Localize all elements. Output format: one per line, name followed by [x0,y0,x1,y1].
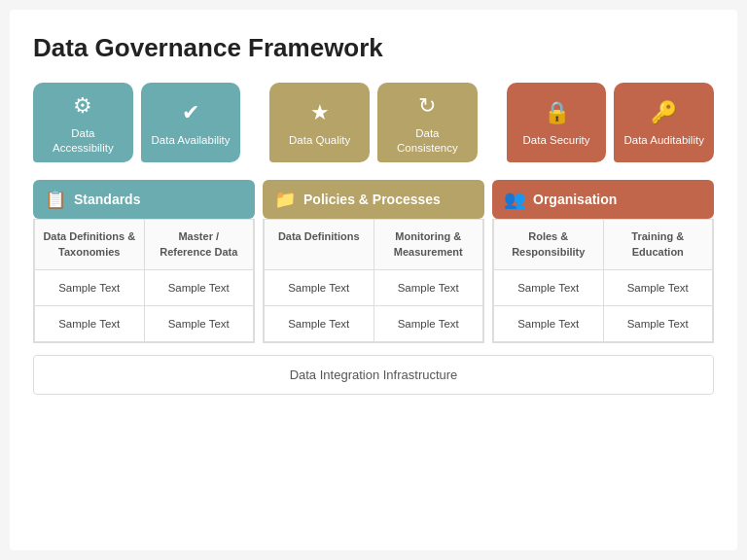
policies-header: 📁 Policies & Processes [263,180,484,219]
organisation-header-row: Roles & Responsibility Training & Educat… [494,220,713,270]
sections-area: 📋 Standards Data Definitions & Taxonomie… [33,180,714,343]
standards-icon: 📋 [45,189,66,210]
card-data-accessibility: ⚙ Data Accessibility [33,83,133,162]
organisation-label: Organisation [533,192,617,207]
card-data-auditability: 🔑 Data Auditability [614,83,714,162]
organisation-header: 👥 Organisation [492,180,714,219]
icon-cards-row: ⚙ Data Accessibility ✔ Data Availability… [33,83,714,162]
policies-row1: Sample Text Sample Text [265,270,483,306]
card-label-security: Data Security [523,133,590,148]
card-data-quality: ★ Data Quality [269,83,370,162]
policies-label: Policies & Processes [303,192,441,207]
card-label-consistency: Data Consistency [385,126,470,156]
organisation-r1c1: Sample Text [494,270,604,306]
standards-r2c2: Sample Text [144,306,254,342]
footer-bar: Data Integration Infrastructure [33,355,714,395]
page-title: Data Governance Framework [33,33,714,63]
card-label-quality: Data Quality [289,133,350,148]
card-data-security: 🔒 Data Security [507,83,607,162]
organisation-col2-header: Training & Education [603,220,713,270]
standards-header-row: Data Definitions & Taxonomies Master / R… [35,220,254,270]
policies-r1c2: Sample Text [374,270,483,306]
policies-icon: 📁 [274,189,296,210]
organisation-section: 👥 Organisation Roles & Responsibility Tr… [492,180,714,343]
footer-label: Data Integration Infrastructure [290,368,458,382]
policies-col1-header: Data Definitions [265,220,374,270]
standards-header: 📋 Standards [33,180,255,219]
standards-r1c2: Sample Text [144,270,254,306]
policies-r2c2: Sample Text [374,306,483,342]
standards-label: Standards [74,192,140,207]
policies-table: Data Definitions Monitoring & Measuremen… [264,219,483,342]
accessibility-icon: ⚙ [73,92,92,121]
organisation-row2: Sample Text Sample Text [494,306,713,342]
card-label-accessibility: Data Accessibility [41,126,125,156]
card-data-consistency: ↻ Data Consistency [377,83,478,162]
policies-row2: Sample Text Sample Text [265,306,483,342]
quality-icon: ★ [310,99,330,127]
main-container: Data Governance Framework ⚙ Data Accessi… [10,10,737,550]
policies-section: 📁 Policies & Processes Data Definitions … [263,180,484,343]
organisation-r2c1: Sample Text [494,306,604,342]
standards-section: 📋 Standards Data Definitions & Taxonomie… [33,180,255,343]
standards-table-block: Data Definitions & Taxonomies Master / R… [33,219,255,343]
organisation-table-block: Roles & Responsibility Training & Educat… [492,219,714,343]
standards-row2: Sample Text Sample Text [35,306,254,342]
policies-table-block: Data Definitions Monitoring & Measuremen… [263,219,484,343]
card-label-availability: Data Availability [152,133,231,148]
standards-table: Data Definitions & Taxonomies Master / R… [34,219,254,342]
availability-icon: ✔ [182,99,199,127]
standards-col1-header: Data Definitions & Taxonomies [35,220,145,270]
policies-r2c1: Sample Text [265,306,374,342]
policies-r1c1: Sample Text [265,270,374,306]
standards-col2-header: Master / Reference Data [144,220,254,270]
organisation-r1c2: Sample Text [603,270,713,306]
card-label-auditability: Data Auditability [623,133,703,148]
standards-r2c1: Sample Text [35,306,145,342]
organisation-r2c2: Sample Text [603,306,713,342]
organisation-row1: Sample Text Sample Text [494,270,713,306]
standards-row1: Sample Text Sample Text [35,270,254,306]
security-icon: 🔒 [544,99,570,127]
policies-header-row: Data Definitions Monitoring & Measuremen… [265,220,483,270]
consistency-icon: ↻ [418,92,436,121]
card-data-availability: ✔ Data Availability [141,83,241,162]
organisation-icon: 👥 [504,189,525,210]
organisation-table: Roles & Responsibility Training & Educat… [493,219,713,342]
standards-r1c1: Sample Text [35,270,145,306]
organisation-col1-header: Roles & Responsibility [494,220,604,270]
auditability-icon: 🔑 [651,99,677,127]
policies-col2-header: Monitoring & Measurement [374,220,483,270]
